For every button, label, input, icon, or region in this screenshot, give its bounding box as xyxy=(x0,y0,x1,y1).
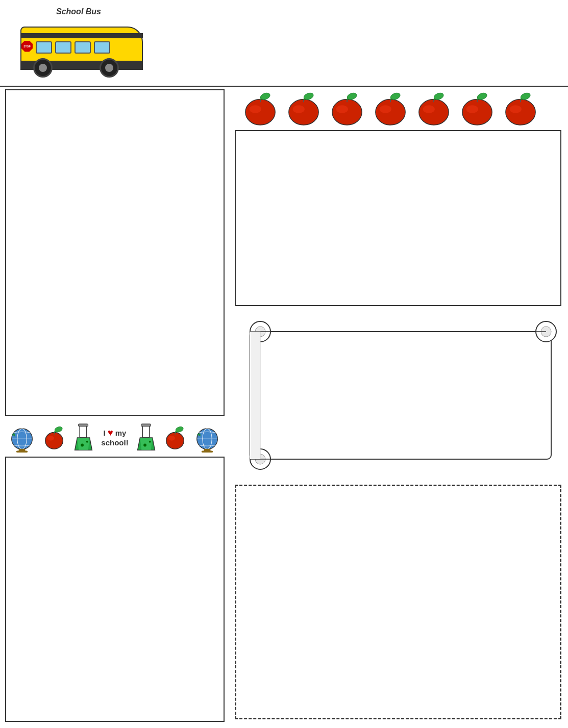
svg-point-19 xyxy=(510,105,522,113)
apple-icon-3 xyxy=(327,91,367,126)
svg-point-42 xyxy=(86,440,88,442)
svg-point-16 xyxy=(466,105,478,113)
svg-point-41 xyxy=(81,443,84,446)
svg-point-18 xyxy=(506,99,535,125)
svg-point-4 xyxy=(293,105,305,113)
svg-point-10 xyxy=(380,105,391,113)
globe-left-icon xyxy=(8,422,36,453)
scroll-box xyxy=(235,316,561,474)
bus-wheel-left-icon xyxy=(33,58,53,78)
school-bus-illustration: STOP School Bus xyxy=(10,6,153,80)
bus-stripe-top xyxy=(20,33,143,38)
bus-wheel-right-icon xyxy=(100,58,119,78)
stop-sign-text: STOP xyxy=(23,45,31,48)
bus-windows xyxy=(36,41,110,54)
apple-icon-1 xyxy=(240,91,281,126)
svg-rect-43 xyxy=(78,423,88,426)
bus-window-2 xyxy=(55,41,71,54)
header: STOP School Bus xyxy=(0,0,568,87)
bus-window-4 xyxy=(94,41,110,54)
svg-rect-40 xyxy=(80,425,87,437)
bus-label: School Bus xyxy=(56,7,101,16)
bus-window-1 xyxy=(36,41,52,54)
stop-sign-icon: STOP xyxy=(21,41,33,52)
svg-point-13 xyxy=(423,105,435,113)
svg-point-48 xyxy=(166,432,184,449)
scroll-svg xyxy=(235,316,561,474)
apple-icon-6 xyxy=(457,91,498,126)
left-bottom-content-box xyxy=(5,457,225,722)
svg-point-39 xyxy=(54,425,63,433)
beaker-left-icon xyxy=(72,423,95,453)
apple-icon-5 xyxy=(413,91,454,126)
svg-point-0 xyxy=(245,99,275,125)
svg-point-12 xyxy=(419,99,449,125)
svg-rect-47 xyxy=(141,423,151,426)
globe-right-icon xyxy=(193,422,221,453)
apple-banner-right-icon xyxy=(164,425,187,450)
svg-point-3 xyxy=(289,99,318,125)
beaker-right-icon xyxy=(135,423,158,453)
svg-point-49 xyxy=(168,436,175,441)
svg-rect-21 xyxy=(250,332,551,459)
bus-window-3 xyxy=(75,41,91,54)
svg-point-1 xyxy=(250,105,261,113)
svg-rect-55 xyxy=(202,450,213,453)
apple-icon-2 xyxy=(283,91,324,126)
right-top-content-box xyxy=(235,130,561,306)
apple-icon-7 xyxy=(500,91,541,126)
svg-rect-44 xyxy=(142,425,150,437)
dashed-content-box xyxy=(235,485,561,719)
school-items-banner: I ♥ my school! xyxy=(5,418,225,457)
svg-point-6 xyxy=(332,99,362,125)
apple-banner-icon xyxy=(43,425,66,450)
svg-point-37 xyxy=(45,432,63,449)
apple-icon-4 xyxy=(370,91,411,126)
svg-rect-30 xyxy=(250,332,260,459)
svg-point-15 xyxy=(462,99,492,125)
svg-rect-36 xyxy=(16,450,28,453)
love-school-line1: I ♥ my xyxy=(101,428,128,439)
svg-point-50 xyxy=(175,425,184,433)
svg-point-7 xyxy=(336,105,348,113)
svg-point-46 xyxy=(149,440,151,442)
svg-point-38 xyxy=(47,436,54,441)
svg-point-45 xyxy=(143,443,146,446)
love-school-line2: school! xyxy=(101,438,128,447)
svg-point-9 xyxy=(376,99,405,125)
heart-icon: ♥ xyxy=(108,428,113,438)
apples-row xyxy=(235,89,561,128)
left-top-content-box xyxy=(5,89,225,416)
love-school-text-block: I ♥ my school! xyxy=(101,428,128,448)
